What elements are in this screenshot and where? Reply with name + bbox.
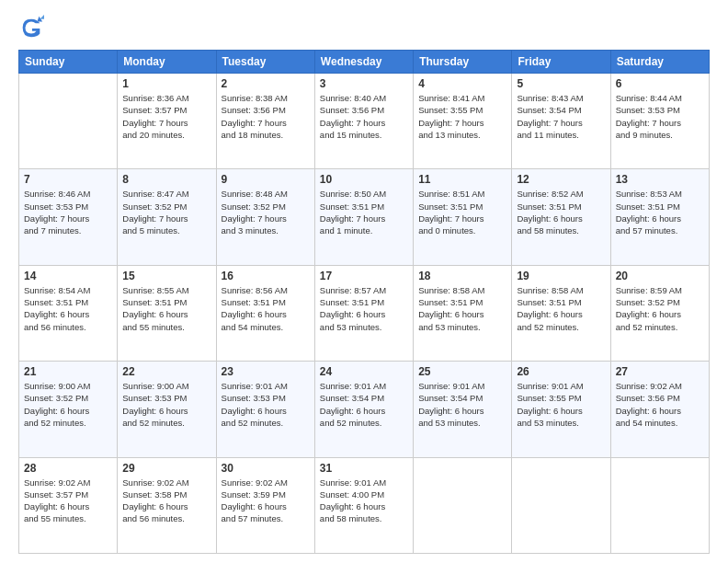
day-info: Sunrise: 8:54 AMSunset: 3:51 PMDaylight:… [24, 284, 112, 333]
day-number: 24 [320, 365, 408, 378]
day-info: Sunrise: 8:52 AMSunset: 3:51 PMDaylight:… [517, 188, 605, 236]
logo-icon [18, 15, 44, 40]
calendar-cell: 15Sunrise: 8:55 AMSunset: 3:51 PMDayligh… [118, 265, 216, 361]
header [18, 15, 710, 40]
day-number: 4 [418, 77, 506, 90]
calendar-cell: 12Sunrise: 8:52 AMSunset: 3:51 PMDayligh… [512, 169, 610, 265]
day-info: Sunrise: 9:02 AMSunset: 3:59 PMDaylight:… [222, 477, 310, 525]
weekday-header-row: SundayMondayTuesdayWednesdayThursdayFrid… [19, 51, 710, 74]
calendar-cell: 27Sunrise: 9:02 AMSunset: 3:56 PMDayligh… [610, 362, 709, 457]
day-info: Sunrise: 9:02 AMSunset: 3:58 PMDaylight:… [122, 477, 210, 525]
calendar-cell: 16Sunrise: 8:56 AMSunset: 3:51 PMDayligh… [216, 265, 314, 361]
day-info: Sunrise: 9:01 AMSunset: 3:54 PMDaylight:… [320, 380, 408, 429]
calendar-cell: 28Sunrise: 9:02 AMSunset: 3:57 PMDayligh… [19, 457, 118, 553]
weekday-monday: Monday [118, 51, 216, 74]
day-info: Sunrise: 8:55 AMSunset: 3:51 PMDaylight:… [122, 284, 210, 333]
day-number: 5 [517, 77, 605, 90]
day-info: Sunrise: 8:36 AMSunset: 3:57 PMDaylight:… [122, 92, 210, 141]
day-number: 23 [222, 365, 310, 378]
calendar-table: SundayMondayTuesdayWednesdayThursdayFrid… [18, 50, 710, 554]
day-info: Sunrise: 8:47 AMSunset: 3:52 PMDaylight:… [122, 188, 210, 236]
day-number: 25 [418, 365, 506, 378]
day-number: 11 [418, 173, 506, 186]
day-info: Sunrise: 9:01 AMSunset: 3:54 PMDaylight:… [418, 380, 506, 429]
weekday-thursday: Thursday [414, 51, 512, 74]
day-number: 6 [616, 77, 704, 90]
day-info: Sunrise: 9:01 AMSunset: 3:55 PMDaylight:… [517, 380, 605, 429]
calendar-week-5: 28Sunrise: 9:02 AMSunset: 3:57 PMDayligh… [19, 457, 710, 553]
calendar-cell: 11Sunrise: 8:51 AMSunset: 3:51 PMDayligh… [414, 169, 512, 265]
weekday-wednesday: Wednesday [314, 51, 413, 74]
calendar-week-3: 14Sunrise: 8:54 AMSunset: 3:51 PMDayligh… [19, 265, 710, 361]
day-number: 31 [320, 462, 408, 475]
calendar-cell [610, 457, 709, 553]
day-number: 19 [517, 270, 605, 282]
page: SundayMondayTuesdayWednesdayThursdayFrid… [0, 0, 728, 563]
calendar-cell: 26Sunrise: 9:01 AMSunset: 3:55 PMDayligh… [512, 362, 610, 457]
calendar-cell: 1Sunrise: 8:36 AMSunset: 3:57 PMDaylight… [118, 74, 216, 169]
day-info: Sunrise: 8:57 AMSunset: 3:51 PMDaylight:… [320, 284, 408, 333]
calendar-cell [512, 457, 610, 553]
day-number: 1 [122, 77, 210, 90]
calendar-cell [414, 457, 512, 553]
calendar-cell: 17Sunrise: 8:57 AMSunset: 3:51 PMDayligh… [314, 265, 413, 361]
day-number: 13 [616, 173, 704, 186]
day-info: Sunrise: 9:01 AMSunset: 4:00 PMDaylight:… [320, 477, 408, 525]
day-number: 28 [24, 462, 112, 475]
day-info: Sunrise: 9:00 AMSunset: 3:53 PMDaylight:… [122, 380, 210, 429]
day-info: Sunrise: 8:58 AMSunset: 3:51 PMDaylight:… [517, 284, 605, 333]
calendar-cell: 25Sunrise: 9:01 AMSunset: 3:54 PMDayligh… [414, 362, 512, 457]
day-info: Sunrise: 8:40 AMSunset: 3:56 PMDaylight:… [320, 92, 408, 141]
day-number: 12 [517, 173, 605, 186]
day-info: Sunrise: 8:56 AMSunset: 3:51 PMDaylight:… [222, 284, 310, 333]
weekday-sunday: Sunday [19, 51, 118, 74]
day-number: 2 [222, 77, 310, 90]
day-number: 26 [517, 365, 605, 378]
day-info: Sunrise: 9:01 AMSunset: 3:53 PMDaylight:… [222, 380, 310, 429]
calendar-cell: 7Sunrise: 8:46 AMSunset: 3:53 PMDaylight… [19, 169, 118, 265]
day-number: 16 [222, 270, 310, 282]
day-info: Sunrise: 8:48 AMSunset: 3:52 PMDaylight:… [222, 188, 310, 236]
calendar-cell: 18Sunrise: 8:58 AMSunset: 3:51 PMDayligh… [414, 265, 512, 361]
day-number: 30 [222, 462, 310, 475]
calendar-week-1: 1Sunrise: 8:36 AMSunset: 3:57 PMDaylight… [19, 74, 710, 169]
weekday-tuesday: Tuesday [216, 51, 314, 74]
day-number: 9 [222, 173, 310, 186]
day-number: 7 [24, 173, 112, 186]
day-number: 29 [122, 462, 210, 475]
day-info: Sunrise: 8:41 AMSunset: 3:55 PMDaylight:… [418, 92, 506, 141]
day-info: Sunrise: 8:58 AMSunset: 3:51 PMDaylight:… [418, 284, 506, 333]
calendar-cell: 6Sunrise: 8:44 AMSunset: 3:53 PMDaylight… [610, 74, 709, 169]
calendar-cell: 2Sunrise: 8:38 AMSunset: 3:56 PMDaylight… [216, 74, 314, 169]
day-number: 20 [616, 270, 704, 282]
day-number: 15 [122, 270, 210, 282]
day-info: Sunrise: 8:53 AMSunset: 3:51 PMDaylight:… [616, 188, 704, 236]
calendar-cell: 14Sunrise: 8:54 AMSunset: 3:51 PMDayligh… [19, 265, 118, 361]
calendar-cell: 21Sunrise: 9:00 AMSunset: 3:52 PMDayligh… [19, 362, 118, 457]
day-info: Sunrise: 8:50 AMSunset: 3:51 PMDaylight:… [320, 188, 408, 236]
weekday-friday: Friday [512, 51, 610, 74]
day-number: 3 [320, 77, 408, 90]
calendar-cell: 20Sunrise: 8:59 AMSunset: 3:52 PMDayligh… [610, 265, 709, 361]
calendar-cell: 22Sunrise: 9:00 AMSunset: 3:53 PMDayligh… [118, 362, 216, 457]
calendar-week-4: 21Sunrise: 9:00 AMSunset: 3:52 PMDayligh… [19, 362, 710, 457]
day-number: 14 [24, 270, 112, 282]
calendar-cell: 8Sunrise: 8:47 AMSunset: 3:52 PMDaylight… [118, 169, 216, 265]
calendar-cell: 4Sunrise: 8:41 AMSunset: 3:55 PMDaylight… [414, 74, 512, 169]
calendar-cell: 30Sunrise: 9:02 AMSunset: 3:59 PMDayligh… [216, 457, 314, 553]
day-info: Sunrise: 9:02 AMSunset: 3:56 PMDaylight:… [616, 380, 704, 429]
weekday-saturday: Saturday [610, 51, 709, 74]
day-number: 18 [418, 270, 506, 282]
day-info: Sunrise: 9:00 AMSunset: 3:52 PMDaylight:… [24, 380, 112, 429]
calendar-cell: 31Sunrise: 9:01 AMSunset: 4:00 PMDayligh… [314, 457, 413, 553]
calendar-cell: 29Sunrise: 9:02 AMSunset: 3:58 PMDayligh… [118, 457, 216, 553]
calendar-cell: 23Sunrise: 9:01 AMSunset: 3:53 PMDayligh… [216, 362, 314, 457]
day-info: Sunrise: 8:38 AMSunset: 3:56 PMDaylight:… [222, 92, 310, 141]
logo [18, 15, 48, 40]
calendar-week-2: 7Sunrise: 8:46 AMSunset: 3:53 PMDaylight… [19, 169, 710, 265]
day-number: 8 [122, 173, 210, 186]
day-number: 27 [616, 365, 704, 378]
day-number: 21 [24, 365, 112, 378]
calendar-cell: 5Sunrise: 8:43 AMSunset: 3:54 PMDaylight… [512, 74, 610, 169]
calendar-header: SundayMondayTuesdayWednesdayThursdayFrid… [19, 51, 710, 74]
